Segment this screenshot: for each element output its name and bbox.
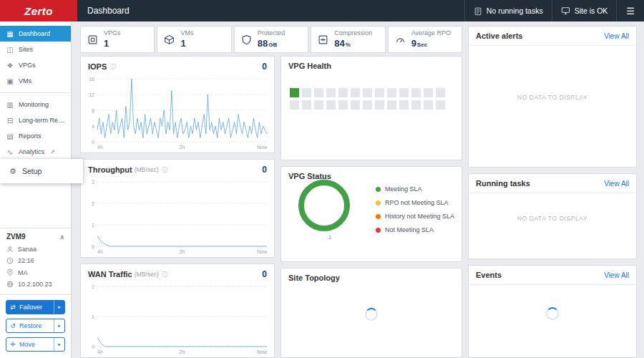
legend-item: RPO not Meeting SLA: [376, 199, 454, 206]
vms-icon: ▣: [6, 77, 14, 85]
events-view-all-link[interactable]: View All: [604, 271, 629, 279]
svg-text:4h: 4h: [97, 349, 103, 354]
wan-traffic-current-value: 0: [262, 269, 267, 279]
site-status-button[interactable]: Site is OK: [552, 0, 617, 21]
no-data-message: NO DATA TO DISPLAY: [469, 94, 636, 101]
svg-text:4: 4: [92, 124, 94, 129]
site-time-row: 22:16: [0, 255, 71, 266]
svg-text:0: 0: [92, 140, 94, 145]
health-square: [302, 88, 311, 97]
legend-dot: [376, 187, 381, 192]
health-square: [338, 88, 348, 97]
stat-value: 88: [258, 38, 268, 49]
shield-icon: [241, 34, 252, 45]
sidebar-item-label: Sites: [19, 46, 33, 53]
failover-dropdown[interactable]: ▸: [54, 301, 64, 314]
move-dropdown[interactable]: ▸: [54, 338, 64, 351]
sidebar-item-vms[interactable]: ▣ VMs: [0, 73, 71, 89]
stat-average-rpo[interactable]: Average RPO 9Sec: [388, 26, 462, 53]
health-square: [326, 88, 336, 97]
info-icon[interactable]: ⓘ: [162, 270, 168, 279]
health-square: [290, 100, 299, 110]
vm-cube-icon: [164, 34, 175, 45]
health-square: [399, 100, 409, 110]
iops-card: IOPS ⓘ 0 04812164h2hNow: [80, 56, 275, 153]
stat-vpgs[interactable]: VPGs 1: [80, 26, 155, 53]
svg-text:12: 12: [89, 92, 94, 97]
site-location: MA: [18, 269, 28, 276]
move-button[interactable]: ✛ Move ▸: [6, 337, 65, 352]
sidebar-item-dashboard[interactable]: ▦ Dashboard: [0, 26, 71, 42]
running-tasks-view-all-link[interactable]: View All: [604, 180, 629, 188]
svg-text:8: 8: [92, 108, 94, 113]
menu-button[interactable]: ☰: [616, 0, 644, 21]
legend-label: RPO not Meeting SLA: [385, 199, 449, 206]
health-square: [302, 100, 311, 110]
restore-dropdown[interactable]: ▸: [54, 319, 64, 332]
sidebar-item-vpgs[interactable]: ❖ VPGs: [0, 57, 71, 73]
health-square: [351, 100, 360, 110]
info-icon[interactable]: ⓘ: [162, 165, 168, 175]
move-label: Move: [19, 338, 54, 351]
topbar-right: No running tasks Site is OK ☰: [464, 0, 644, 21]
no-running-tasks-button[interactable]: No running tasks: [464, 0, 552, 21]
vpg-status-total: 1: [298, 234, 361, 241]
sidebar-item-analytics[interactable]: ∿ Analytics ↗: [0, 144, 71, 160]
stat-compression[interactable]: Compression 84%: [311, 26, 385, 53]
sidebar-item-label: Dashboard: [19, 30, 50, 37]
active-alerts-view-all-link[interactable]: View All: [604, 32, 629, 40]
stat-value: 9: [411, 38, 416, 49]
collapse-chevron-icon[interactable]: ∧: [59, 233, 64, 241]
stat-value: 84: [334, 38, 344, 49]
info-icon[interactable]: ⓘ: [109, 62, 116, 72]
health-square: [314, 88, 323, 97]
stat-value: 1: [104, 38, 109, 49]
sidebar-item-long-term-retention[interactable]: ⊟ Long-term Retention: [0, 112, 71, 128]
vpg-status-card: VPG Status 1 Meeting SLARPO not Meeting …: [280, 166, 462, 262]
legend-item: Meeting SLA: [376, 185, 454, 193]
sidebar-bottom: ZVM9 ∧ Sanaa 22:16 MA 10.2.100.23: [0, 228, 71, 358]
failover-button[interactable]: ⇄ Failover ▸: [6, 300, 65, 314]
no-running-tasks-label: No running tasks: [487, 6, 543, 15]
summary-stats-row: VPGs 1 VMs 1 Protected 88GB: [80, 26, 462, 53]
throughput-chart: 01234h2hNow: [85, 178, 270, 255]
stat-protected[interactable]: Protected 88GB: [234, 26, 308, 53]
site-name-row: ZVM9 ∧: [0, 228, 71, 243]
sidebar-item-label: Reports: [19, 132, 42, 140]
site-name: ZVM9: [6, 233, 26, 241]
svg-text:2: 2: [92, 284, 94, 289]
stat-label: VPGs: [104, 29, 121, 37]
site-location-row: MA: [0, 266, 71, 279]
failover-icon: ⇄: [6, 301, 19, 314]
site-topology-title: Site Topology: [288, 274, 340, 282]
sidebar-item-reports[interactable]: ▤ Reports: [0, 128, 71, 144]
health-square: [411, 100, 421, 110]
rpo-gauge-icon: [395, 34, 406, 45]
stat-vms[interactable]: VMs 1: [157, 26, 231, 53]
svg-text:1: 1: [92, 314, 94, 319]
restore-icon: ↺: [6, 319, 19, 332]
zerto-logo: Zerto: [0, 0, 77, 21]
site-status-label: Site is OK: [575, 6, 608, 15]
vpgs-icon: ❖: [6, 62, 14, 69]
svg-text:2h: 2h: [180, 145, 185, 150]
sidebar-item-sites[interactable]: ◫ Sites: [0, 42, 71, 57]
restore-button[interactable]: ↺ Restore ▸: [6, 319, 65, 333]
running-tasks-title: Running tasks: [476, 179, 530, 188]
vpg-status-legend: Meeting SLARPO not Meeting SLAHistory no…: [376, 185, 454, 233]
running-tasks-card: Running tasks View All NO DATA TO DISPLA…: [468, 173, 637, 259]
active-alerts-title: Active alerts: [476, 32, 522, 40]
stat-label: Protected: [258, 29, 286, 37]
events-card: Events View All: [468, 265, 637, 358]
wan-traffic-title: WAN Traffic: [88, 270, 132, 279]
legend-label: Not Meeting SLA: [385, 226, 434, 233]
sidebar-item-setup[interactable]: ⚙ Setup: [0, 159, 83, 183]
site-time: 22:16: [18, 257, 34, 264]
sidebar-item-monitoring[interactable]: ▥ Monitoring: [0, 97, 71, 112]
site-ip: 10.2.100.23: [18, 281, 52, 288]
wan-traffic-chart: 0124h2hNow: [85, 283, 270, 355]
health-square: [436, 88, 445, 97]
svg-text:3: 3: [92, 180, 94, 185]
vpg-health-title: VPG Health: [288, 62, 331, 70]
health-square: [424, 88, 433, 97]
